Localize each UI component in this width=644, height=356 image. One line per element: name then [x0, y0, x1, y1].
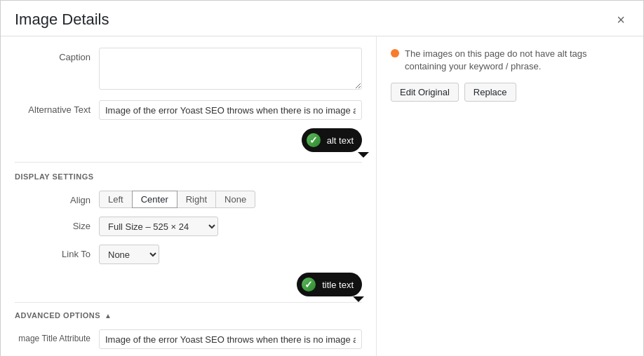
- alt-text-tooltip-wrapper: ✓ alt text: [15, 128, 362, 152]
- align-label: Align: [15, 191, 99, 205]
- align-center-button[interactable]: Center: [132, 191, 177, 208]
- modal-title: Image Details: [15, 11, 109, 29]
- advanced-title-text: ADVANCED OPTIONS: [15, 311, 100, 320]
- yoast-notice: The images on this page do not have alt …: [391, 48, 629, 73]
- image-title-control: [99, 329, 362, 349]
- align-control: Left Center Right None: [99, 191, 362, 208]
- replace-button[interactable]: Replace: [464, 83, 516, 102]
- caption-label: Caption: [15, 48, 99, 62]
- modal-body: Caption Alternative Text ✓ alt text: [1, 36, 643, 356]
- align-left-button[interactable]: Left: [99, 191, 133, 208]
- alt-text-input[interactable]: [99, 100, 362, 120]
- align-row: Align Left Center Right None: [15, 191, 362, 208]
- title-text-check-icon: ✓: [300, 275, 318, 294]
- align-none-button[interactable]: None: [215, 191, 255, 208]
- yoast-dot-icon: [391, 49, 399, 57]
- image-details-modal: Image Details × Caption Alternative Text: [0, 0, 644, 356]
- align-buttons: Left Center Right None: [99, 191, 362, 208]
- button-group: Edit Original Replace: [391, 83, 629, 102]
- image-title-input[interactable]: [99, 329, 362, 349]
- left-panel: Caption Alternative Text ✓ alt text: [1, 36, 377, 356]
- size-select[interactable]: Full Size – 525 × 24: [99, 217, 218, 236]
- caption-row: Caption: [15, 48, 362, 92]
- link-to-control: None: [99, 245, 362, 264]
- alt-text-row: Alternative Text: [15, 100, 362, 120]
- size-row: Size Full Size – 525 × 24: [15, 217, 362, 236]
- alt-text-tooltip-label: alt text: [327, 135, 354, 146]
- divider-display: [15, 162, 362, 163]
- title-text-tooltip-wrapper: ✓ title text: [15, 273, 362, 296]
- title-text-tooltip: ✓ title text: [297, 273, 362, 296]
- title-text-tooltip-label: title text: [322, 280, 354, 290]
- yoast-notice-text: The images on this page do not have alt …: [405, 48, 629, 73]
- alt-text-tooltip: ✓ alt text: [302, 128, 362, 152]
- image-title-label-text: mage Title Attribute: [18, 334, 90, 343]
- alt-text-label: Alternative Text: [15, 100, 99, 115]
- link-to-row: Link To None: [15, 245, 362, 264]
- right-panel: The images on this page do not have alt …: [377, 36, 643, 356]
- advanced-section: ADVANCED OPTIONS ▲ mage Title Attribute …: [15, 302, 362, 356]
- size-control: Full Size – 525 × 24: [99, 217, 362, 236]
- image-title-row: mage Title Attribute: [15, 329, 362, 349]
- caption-input[interactable]: [99, 48, 362, 90]
- caption-control: [99, 48, 362, 92]
- close-button[interactable]: ×: [612, 11, 629, 28]
- advanced-options-title[interactable]: ADVANCED OPTIONS ▲: [15, 311, 362, 320]
- title-text-tooltip-tail: [353, 296, 364, 302]
- display-settings-title: DISPLAY SETTINGS: [15, 172, 362, 181]
- alt-text-check-icon: ✓: [304, 131, 323, 149]
- alt-text-control: [99, 100, 362, 120]
- size-label: Size: [15, 217, 99, 231]
- align-right-button[interactable]: Right: [177, 191, 216, 208]
- advanced-caret-icon: ▲: [105, 312, 112, 320]
- link-to-label: Link To: [15, 245, 99, 259]
- image-title-label: mage Title Attribute: [15, 329, 99, 343]
- edit-original-button[interactable]: Edit Original: [391, 83, 459, 102]
- alt-text-tooltip-tail: [358, 152, 369, 158]
- link-to-select[interactable]: None: [99, 245, 159, 264]
- modal-header: Image Details ×: [1, 1, 643, 36]
